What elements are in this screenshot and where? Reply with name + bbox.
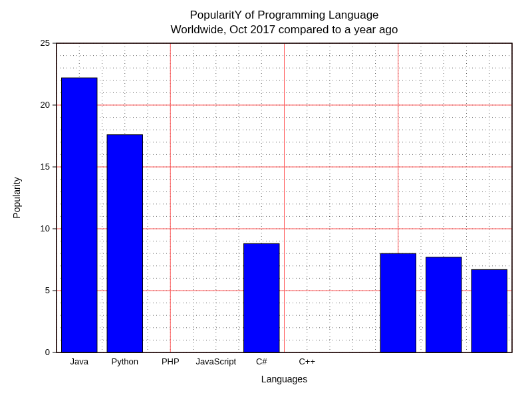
x-tick-label: JavaScript [196,356,236,366]
y-tick-label: 25 [41,38,50,48]
x-tick-label: C# [256,356,267,366]
y-tick-label: 10 [41,223,50,233]
bar [107,135,142,352]
x-tick-label: PHP [162,356,180,366]
y-tick-label: 0 [45,347,50,357]
y-tick-label: 20 [41,100,50,110]
bar [244,243,279,352]
bar [62,78,97,352]
chart-title-line2: Worldwide, Oct 2017 compared to a year a… [171,23,398,36]
x-tick-label: Python [112,356,138,366]
bar [380,253,416,352]
bar [471,269,507,352]
bar [426,257,462,352]
y-tick-label: 5 [45,285,50,295]
y-axis-label: Popularity [11,177,22,218]
x-tick-label: C++ [299,356,315,366]
x-tick-label: Java [70,356,89,366]
x-axis-label: Languages [261,374,307,384]
chart-title-line1: PopularitY of Programming Language [190,9,378,21]
chart-container: PopularitY of Programming LanguageWorldw… [0,0,532,399]
y-tick-label: 15 [41,162,50,172]
bar-chart: PopularitY of Programming LanguageWorldw… [0,0,532,399]
